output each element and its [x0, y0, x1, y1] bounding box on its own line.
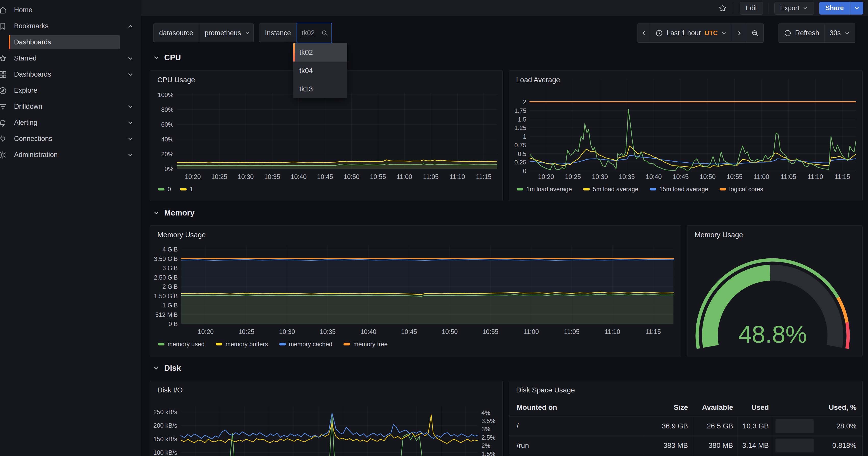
load-average-chart[interactable]: 00.250.50.7511.251.51.75210:2010:2510:30…: [509, 71, 863, 201]
share-dropdown-button[interactable]: [850, 2, 863, 15]
panel-title[interactable]: CPU Usage: [157, 76, 195, 84]
sidebar-item-alerting[interactable]: Alerting: [0, 115, 141, 131]
column-header[interactable]: Used: [737, 403, 773, 411]
refresh-interval-select[interactable]: 30s: [825, 24, 855, 42]
sidebar-item-starred[interactable]: Starred: [0, 50, 141, 66]
column-header[interactable]: Available: [692, 403, 737, 411]
svg-text:11:15: 11:15: [835, 173, 850, 180]
section-header-memory[interactable]: Memory: [153, 208, 194, 218]
column-header[interactable]: Used, %: [773, 403, 857, 411]
legend-item[interactable]: 1m load average: [517, 186, 572, 193]
chevron-left-icon: [641, 30, 647, 36]
legend-item[interactable]: memory cached: [279, 341, 333, 348]
dropdown-option-tk02[interactable]: tk02: [293, 43, 347, 61]
legend-item[interactable]: 1: [180, 186, 193, 193]
chevron-down-icon: [153, 209, 160, 216]
panel-title[interactable]: Memory Usage: [694, 231, 743, 239]
svg-text:10:30: 10:30: [279, 328, 295, 335]
legend-item[interactable]: memory free: [343, 341, 388, 348]
zoom-out-button[interactable]: [746, 24, 764, 42]
instance-input[interactable]: tk02: [297, 23, 332, 43]
column-header[interactable]: Mounted on: [517, 403, 644, 411]
svg-text:10:50: 10:50: [442, 328, 458, 335]
svg-text:10:55: 10:55: [483, 328, 498, 335]
sidebar-item-dashboards-active[interactable]: Dashboards: [0, 34, 141, 50]
panel-memory-usage: Memory Usage 0 B512 MiB1 GiB1.50 GiB2 Gi…: [150, 225, 681, 357]
sidebar-item-connections[interactable]: Connections: [0, 131, 141, 147]
sidebar-item-bookmarks[interactable]: Bookmarks: [0, 18, 141, 34]
gear-icon: [0, 151, 7, 159]
refresh-button[interactable]: Refresh: [779, 24, 825, 42]
svg-text:1: 1: [523, 133, 526, 140]
chevron-down-icon[interactable]: [127, 119, 134, 126]
memory-usage-chart[interactable]: 0 B512 MiB1 GiB1.50 GiB2 GiB2.50 GiB3 Gi…: [150, 226, 682, 357]
disk-io-chart[interactable]: 250 kB/s200 kB/s150 kB/s100 kB/s4%3.5%3%…: [150, 381, 503, 456]
panel-title[interactable]: Disk Space Usage: [516, 386, 575, 394]
panel-title[interactable]: Memory Usage: [157, 231, 206, 239]
disk-space-table: Mounted onSizeAvailableUsedUsed, %/36.9 …: [509, 399, 862, 455]
sidebar: HomeBookmarksDashboardsStarredDashboards…: [0, 0, 141, 456]
chevron-down-icon[interactable]: [127, 71, 134, 78]
legend-item[interactable]: logical cores: [720, 186, 763, 193]
cell-mounted-on: /: [517, 422, 644, 430]
legend-item[interactable]: memory buffers: [216, 341, 268, 348]
panel-memory-gauge: Memory Usage 48.8%: [687, 225, 863, 357]
star-icon: [718, 4, 727, 12]
sidebar-item-drilldown[interactable]: Drilldown: [0, 98, 141, 115]
chevron-down-icon: [153, 365, 160, 371]
time-range-label: Last 1 hour: [666, 29, 701, 37]
share-button-group: Share: [819, 2, 863, 15]
legend-item[interactable]: memory used: [158, 341, 205, 348]
chevron-down-icon[interactable]: [127, 55, 134, 62]
svg-text:10:50: 10:50: [343, 173, 360, 180]
refresh-interval-value: 30s: [830, 29, 841, 37]
datasource-select[interactable]: prometheus: [199, 24, 256, 42]
export-button[interactable]: Export: [774, 2, 814, 15]
text-cursor: [301, 29, 301, 37]
svg-text:1.5%: 1.5%: [482, 450, 495, 456]
legend-item[interactable]: 15m load average: [650, 186, 708, 193]
chevron-down-icon: [153, 54, 160, 61]
chevron-down-icon[interactable]: [127, 104, 134, 110]
timezone-label: UTC: [705, 29, 718, 37]
cell-available: 380 MB: [692, 441, 737, 450]
svg-text:11:05: 11:05: [564, 328, 580, 335]
chevron-down-icon[interactable]: [127, 152, 134, 158]
sidebar-item-administration[interactable]: Administration: [0, 147, 141, 163]
active-indicator: [9, 35, 10, 49]
panel-title[interactable]: Disk I/O: [157, 386, 183, 394]
section-header-cpu[interactable]: CPU: [153, 53, 181, 62]
section-header-disk[interactable]: Disk: [153, 364, 181, 373]
instance-dropdown: tk02tk04tk13: [293, 43, 347, 98]
sidebar-item-dashboards[interactable]: Dashboards: [0, 66, 141, 83]
legend-item[interactable]: 5m load average: [583, 186, 639, 193]
chevron-down-icon: [721, 30, 727, 36]
legend-swatch: [583, 188, 590, 191]
legend-label: memory free: [353, 341, 388, 348]
gauge-value: 48.8%: [738, 321, 807, 348]
cell-used: 10.3 GB: [737, 422, 773, 430]
chevron-down-icon: [854, 5, 860, 11]
dropdown-option-tk04[interactable]: tk04: [293, 61, 347, 80]
svg-text:11:15: 11:15: [476, 173, 492, 180]
chevron-down-icon[interactable]: [127, 136, 134, 142]
panel-title[interactable]: Load Average: [516, 76, 560, 84]
share-button[interactable]: Share: [819, 2, 850, 15]
svg-text:10:45: 10:45: [317, 173, 333, 180]
legend-label: memory cached: [289, 341, 333, 348]
edit-button[interactable]: Edit: [740, 2, 763, 15]
sidebar-item-explore[interactable]: Explore: [0, 83, 141, 98]
dropdown-option-tk13[interactable]: tk13: [293, 80, 347, 98]
time-shift-back-button[interactable]: [638, 24, 650, 42]
legend-item[interactable]: 0: [158, 186, 171, 193]
chevron-up-icon[interactable]: [127, 23, 134, 30]
svg-text:4%: 4%: [482, 409, 490, 416]
time-range-picker[interactable]: Last 1 hour UTC: [650, 24, 732, 42]
svg-text:11:05: 11:05: [423, 173, 439, 180]
svg-text:11:00: 11:00: [754, 173, 769, 180]
svg-text:10:50: 10:50: [700, 173, 716, 180]
column-header[interactable]: Size: [644, 403, 692, 411]
sidebar-item-home[interactable]: Home: [0, 2, 141, 18]
time-shift-forward-button[interactable]: [732, 24, 746, 42]
favorite-star-button[interactable]: [717, 3, 728, 14]
